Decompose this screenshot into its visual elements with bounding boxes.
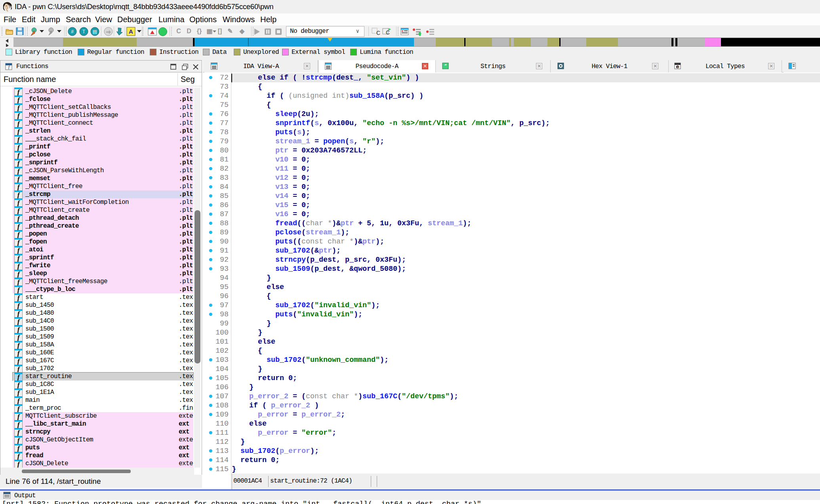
svg-text:C: C: [386, 29, 390, 36]
svg-text:T: T: [82, 29, 86, 34]
svg-text:A: A: [129, 28, 133, 35]
svg-text:▤: ▤: [93, 29, 97, 34]
svg-text:C: C: [376, 30, 380, 36]
svg-text:#: #: [71, 29, 74, 34]
